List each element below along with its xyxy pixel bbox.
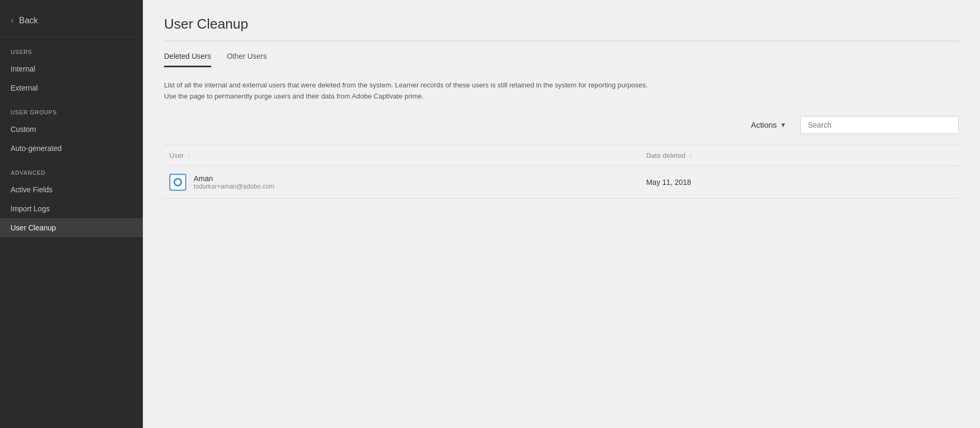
sidebar-item-active-fields[interactable]: Active Fields bbox=[0, 180, 143, 199]
toolbar: Actions ▼ bbox=[143, 108, 980, 139]
back-button[interactable]: ‹ Back bbox=[0, 0, 143, 37]
sidebar: ‹ Back USERS Internal External USER GROU… bbox=[0, 0, 143, 428]
row-select-radio[interactable] bbox=[169, 174, 186, 191]
sidebar-item-custom[interactable]: Custom bbox=[0, 120, 143, 139]
sidebar-item-import-logs[interactable]: Import Logs bbox=[0, 199, 143, 218]
search-input[interactable] bbox=[800, 116, 959, 134]
description-line1: List of all the internal and external us… bbox=[164, 80, 757, 91]
actions-button[interactable]: Actions ▼ bbox=[746, 116, 792, 133]
users-section-title: USERS bbox=[0, 37, 143, 59]
page-title: User Cleanup bbox=[164, 16, 959, 32]
users-table: User ↕ Date deleted ↕ bbox=[164, 145, 959, 199]
sidebar-item-internal[interactable]: Internal bbox=[0, 59, 143, 78]
user-email: todurkar+aman@adobe.com bbox=[194, 183, 275, 190]
tab-deleted-users[interactable]: Deleted Users bbox=[164, 52, 211, 67]
chevron-left-icon: ‹ bbox=[11, 15, 14, 26]
sidebar-item-external[interactable]: External bbox=[0, 78, 143, 97]
back-label: Back bbox=[19, 16, 38, 25]
col-header-user[interactable]: User ↕ bbox=[164, 145, 641, 166]
user-groups-section-title: USER GROUPS bbox=[0, 97, 143, 120]
table-header-row: User ↕ Date deleted ↕ bbox=[164, 145, 959, 166]
tabs-container: Deleted Users Other Users bbox=[143, 41, 980, 67]
radio-inner-circle bbox=[174, 178, 182, 186]
user-info: Aman todurkar+aman@adobe.com bbox=[194, 174, 275, 190]
actions-label: Actions bbox=[751, 120, 777, 129]
date-deleted-cell: May 11, 2018 bbox=[641, 166, 959, 198]
table-row[interactable]: Aman todurkar+aman@adobe.com May 11, 201… bbox=[164, 166, 959, 198]
chevron-down-icon: ▼ bbox=[780, 121, 786, 129]
col-header-date-deleted[interactable]: Date deleted ↕ bbox=[641, 145, 959, 166]
user-sort-icon: ↕ bbox=[188, 153, 190, 159]
table-wrapper: User ↕ Date deleted ↕ bbox=[143, 139, 980, 209]
sidebar-item-auto-generated[interactable]: Auto-generated bbox=[0, 139, 143, 158]
user-name: Aman bbox=[194, 174, 275, 183]
user-cell: Aman todurkar+aman@adobe.com bbox=[164, 166, 641, 198]
page-header: User Cleanup bbox=[143, 0, 980, 41]
description-line2: Use the page to permanently purge users … bbox=[164, 91, 757, 102]
sidebar-item-user-cleanup[interactable]: User Cleanup bbox=[0, 218, 143, 237]
date-sort-icon: ↕ bbox=[689, 153, 692, 159]
tab-other-users[interactable]: Other Users bbox=[227, 52, 267, 67]
advanced-section-title: ADVANCED bbox=[0, 158, 143, 180]
user-cell-content: Aman todurkar+aman@adobe.com bbox=[169, 174, 636, 191]
main-content: User Cleanup Deleted Users Other Users L… bbox=[143, 0, 980, 428]
description: List of all the internal and external us… bbox=[143, 67, 778, 108]
